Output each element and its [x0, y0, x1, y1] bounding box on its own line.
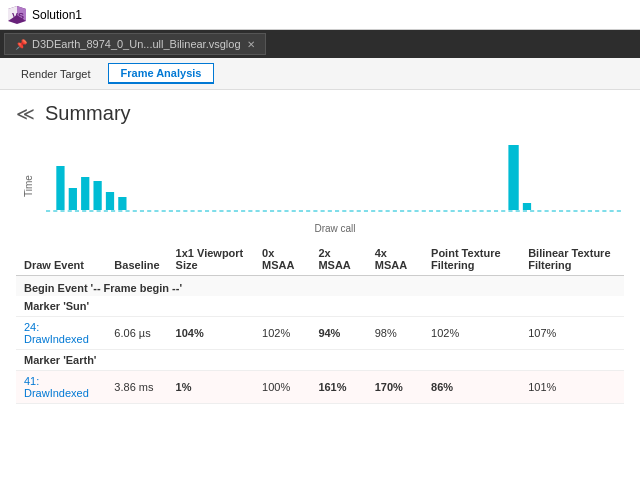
title-bar: VS Solution1 [0, 0, 640, 30]
chart-x-label: Draw call [46, 223, 624, 234]
svg-text:VS: VS [12, 11, 24, 21]
section-label-begin: Begin Event '-- Frame begin --' [16, 276, 624, 297]
toolbar: Render Target Frame Analysis [0, 58, 640, 90]
table-header-row: Draw Event Baseline 1x1 Viewport Size 0x… [16, 243, 624, 276]
file-tab[interactable]: 📌 D3DEarth_8974_0_Un...ull_Bilinear.vsgl… [4, 33, 266, 55]
bilinear-41: 101% [520, 371, 624, 404]
chart-svg [46, 141, 624, 221]
draw-event-24[interactable]: 24: DrawIndexed [16, 317, 106, 350]
svg-rect-9 [106, 192, 114, 210]
svg-rect-11 [508, 145, 518, 210]
svg-rect-10 [118, 197, 126, 210]
main-content: ≪ Summary Time Draw call Draw Event Base… [0, 90, 640, 502]
viewport-41: 1% [168, 371, 254, 404]
tab-bar: 📌 D3DEarth_8974_0_Un...ull_Bilinear.vsgl… [0, 30, 640, 58]
pin-icon: 📌 [15, 39, 27, 50]
marker-sun-row: Marker 'Sun' [16, 296, 624, 317]
point-41: 86% [423, 371, 520, 404]
col-point: Point Texture Filtering [423, 243, 520, 276]
tab-close-icon[interactable]: ✕ [247, 39, 255, 50]
render-target-button[interactable]: Render Target [8, 64, 104, 84]
msaa0-41: 100% [254, 371, 310, 404]
chart-container: Time Draw call [46, 141, 624, 231]
msaa0-24: 102% [254, 317, 310, 350]
app-title: Solution1 [32, 8, 82, 22]
baseline-41: 3.86 ms [106, 371, 167, 404]
svg-rect-6 [69, 188, 77, 210]
msaa2-24: 94% [310, 317, 366, 350]
msaa2-41: 161% [310, 371, 366, 404]
svg-rect-8 [93, 181, 101, 210]
summary-title: Summary [45, 102, 131, 125]
viewport-24: 104% [168, 317, 254, 350]
col-msaa2: 2x MSAA [310, 243, 366, 276]
point-24: 102% [423, 317, 520, 350]
frame-analysis-button[interactable]: Frame Analysis [108, 63, 215, 84]
col-draw-event: Draw Event [16, 243, 106, 276]
marker-earth-label: Marker 'Earth' [16, 350, 624, 371]
chart-y-label: Time [23, 175, 34, 197]
svg-rect-5 [56, 166, 64, 210]
baseline-24: 6.06 µs [106, 317, 167, 350]
col-baseline: Baseline [106, 243, 167, 276]
collapse-icon[interactable]: ≪ [16, 105, 35, 123]
msaa4-24: 98% [367, 317, 423, 350]
section-header-begin: Begin Event '-- Frame begin --' [16, 276, 624, 297]
col-viewport: 1x1 Viewport Size [168, 243, 254, 276]
table-row: 41: DrawIndexed 3.86 ms 1% 100% 161% 170… [16, 371, 624, 404]
svg-rect-12 [523, 203, 531, 210]
draw-event-41[interactable]: 41: DrawIndexed [16, 371, 106, 404]
col-msaa4: 4x MSAA [367, 243, 423, 276]
marker-sun-label: Marker 'Sun' [16, 296, 624, 317]
svg-rect-7 [81, 177, 89, 210]
vs-logo-icon: VS [8, 6, 26, 24]
bilinear-24: 107% [520, 317, 624, 350]
col-bilinear: Bilinear Texture Filtering [520, 243, 624, 276]
data-table: Draw Event Baseline 1x1 Viewport Size 0x… [16, 243, 624, 404]
col-msaa0: 0x MSAA [254, 243, 310, 276]
msaa4-41: 170% [367, 371, 423, 404]
tab-label: D3DEarth_8974_0_Un...ull_Bilinear.vsglog [32, 38, 241, 50]
summary-header: ≪ Summary [16, 102, 624, 125]
table-row: 24: DrawIndexed 6.06 µs 104% 102% 94% 98… [16, 317, 624, 350]
marker-earth-row: Marker 'Earth' [16, 350, 624, 371]
